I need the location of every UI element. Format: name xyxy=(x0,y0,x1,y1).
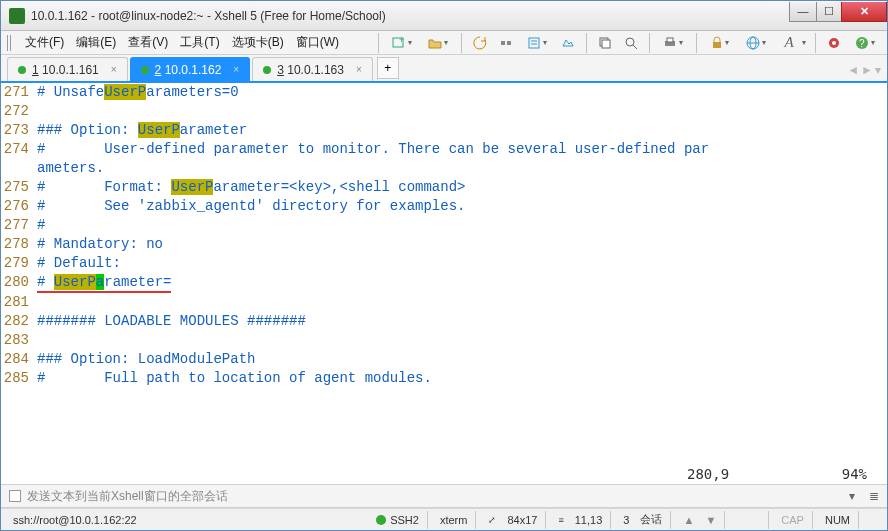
tab-close-icon[interactable]: × xyxy=(356,64,362,75)
menu-tools[interactable]: 工具(T) xyxy=(174,32,225,53)
window-title: 10.0.1.162 - root@linux-node2:~ - Xshell… xyxy=(31,9,790,23)
protocol-cell: SSH2 xyxy=(368,511,428,529)
tab-next-icon: ► xyxy=(861,63,873,77)
minimize-button[interactable]: — xyxy=(789,2,817,22)
broadcast-bar: 发送文本到当前Xshell窗口的全部会话 ▾ ≣ xyxy=(1,484,887,508)
app-icon xyxy=(9,8,25,24)
svg-line-10 xyxy=(633,45,637,49)
svg-point-18 xyxy=(832,41,836,45)
menu-bar-row: 文件(F) 编辑(E) 查看(V) 工具(T) 选项卡(B) 窗口(W) + A… xyxy=(1,31,887,55)
tab-bar: 1 10.0.1.161 × 2 10.0.1.162 × 3 10.0.1.1… xyxy=(1,55,887,83)
svg-rect-3 xyxy=(507,41,511,45)
svg-rect-8 xyxy=(602,40,610,48)
status-ok-icon xyxy=(376,515,386,525)
svg-text:?: ? xyxy=(859,38,865,49)
cursor: a xyxy=(96,274,104,290)
menu-tab[interactable]: 选项卡(B) xyxy=(226,32,290,53)
maximize-button[interactable]: ☐ xyxy=(816,2,842,22)
svg-point-9 xyxy=(626,38,634,46)
tab-nav[interactable]: ◄►▾ xyxy=(847,63,887,81)
menu-edit[interactable]: 编辑(E) xyxy=(70,32,122,53)
up-icon: ▲ xyxy=(683,514,694,526)
svg-rect-13 xyxy=(713,42,721,48)
transfer-icon[interactable] xyxy=(557,32,579,54)
caps-indicator: CAP xyxy=(773,511,813,529)
terminal-editor[interactable]: 271# UnsafeUserParameters=0 272 273### O… xyxy=(1,83,887,484)
status-dot-icon xyxy=(18,66,26,74)
session-tab-3[interactable]: 3 10.0.1.163 × xyxy=(252,57,373,81)
scroll-percent: 94% xyxy=(807,466,867,482)
reconnect-icon[interactable] xyxy=(469,32,491,54)
menu-bar: 文件(F) 编辑(E) 查看(V) 工具(T) 选项卡(B) 窗口(W) xyxy=(19,32,345,53)
status-dot-icon xyxy=(263,66,271,74)
term-size: ⤢ 84x17 xyxy=(480,511,546,529)
session-count: 3 会话 xyxy=(615,511,671,529)
print-icon[interactable] xyxy=(657,32,689,54)
term-type: xterm xyxy=(432,511,477,529)
session-tab-2[interactable]: 2 10.0.1.162 × xyxy=(130,57,251,81)
down-icon: ▼ xyxy=(705,514,716,526)
tab-close-icon[interactable]: × xyxy=(233,64,239,75)
properties-icon[interactable] xyxy=(521,32,553,54)
menu-window[interactable]: 窗口(W) xyxy=(290,32,345,53)
search-icon[interactable] xyxy=(620,32,642,54)
vim-status: 280,9 94% xyxy=(1,466,887,484)
add-tab-button[interactable]: + xyxy=(377,57,399,79)
broadcast-menu-icon[interactable]: ▾ xyxy=(849,489,855,503)
broadcast-checkbox[interactable] xyxy=(9,490,21,502)
svg-rect-4 xyxy=(529,38,539,48)
cursor-position: 280,9 xyxy=(687,466,807,482)
grip-icon[interactable] xyxy=(7,35,13,51)
svg-rect-12 xyxy=(667,38,673,42)
title-bar[interactable]: 10.0.1.162 - root@linux-node2:~ - Xshell… xyxy=(1,1,887,31)
svg-text:+: + xyxy=(399,36,404,45)
disconnect-icon[interactable] xyxy=(495,32,517,54)
menu-view[interactable]: 查看(V) xyxy=(122,32,174,53)
num-indicator: NUM xyxy=(817,511,859,529)
svg-rect-2 xyxy=(501,41,505,45)
lock-icon[interactable] xyxy=(704,32,736,54)
close-button[interactable]: ✕ xyxy=(841,2,887,22)
globe-icon[interactable] xyxy=(740,32,772,54)
font-icon[interactable]: A xyxy=(776,32,808,54)
open-folder-icon[interactable] xyxy=(422,32,454,54)
tab-close-icon[interactable]: × xyxy=(111,64,117,75)
theme-icon[interactable] xyxy=(823,32,845,54)
app-window: 10.0.1.162 - root@linux-node2:~ - Xshell… xyxy=(0,0,888,531)
connection-string: ssh://root@10.0.1.162:22 xyxy=(5,511,364,529)
status-dot-icon xyxy=(141,66,149,74)
new-tab-icon[interactable]: + xyxy=(386,32,418,54)
broadcast-label: 发送文本到当前Xshell窗口的全部会话 xyxy=(27,488,228,505)
cursor-rc: ≡ 11,13 xyxy=(550,511,611,529)
menu-file[interactable]: 文件(F) xyxy=(19,32,70,53)
status-bar: ssh://root@10.0.1.162:22 SSH2 xterm ⤢ 84… xyxy=(1,508,887,530)
copy-icon[interactable] xyxy=(594,32,616,54)
broadcast-list-icon[interactable]: ≣ xyxy=(869,489,879,503)
tab-menu-icon: ▾ xyxy=(875,63,881,77)
help-icon[interactable]: ? xyxy=(849,32,881,54)
scroll-arrows[interactable]: ▲ ▼ xyxy=(675,511,725,529)
tab-prev-icon: ◄ xyxy=(847,63,859,77)
session-tab-1[interactable]: 1 10.0.1.161 × xyxy=(7,57,128,81)
